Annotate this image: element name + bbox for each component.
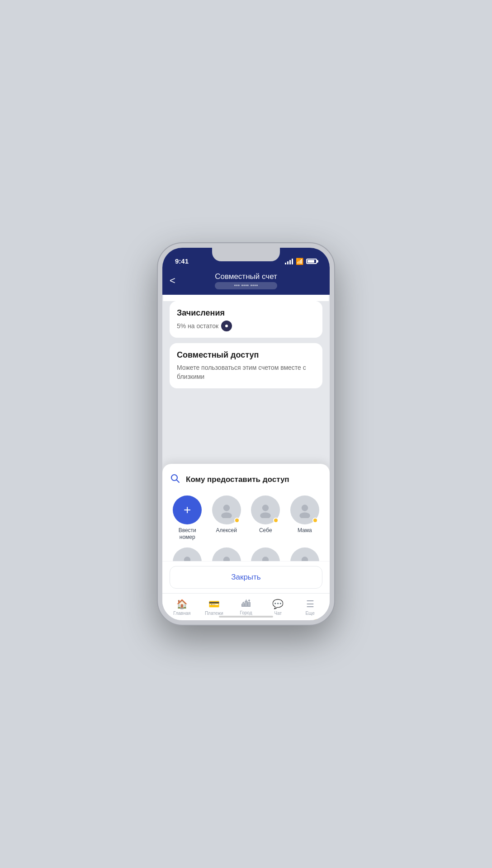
svg-point-7 xyxy=(299,513,310,519)
tab-icon: ☰ xyxy=(306,599,314,609)
radio-button-icon[interactable] xyxy=(222,321,231,330)
back-button[interactable]: < xyxy=(170,275,175,287)
svg-point-6 xyxy=(302,505,308,511)
battery-icon xyxy=(306,259,317,264)
shared-access-title: Совместный доступ xyxy=(177,350,315,360)
header-title: Совместный счет xyxy=(215,272,277,281)
close-button-area: Закрыть xyxy=(162,561,330,593)
tab-icon: 🏙 xyxy=(241,599,251,609)
tab-label: Еще xyxy=(305,611,314,616)
navigation-header: < Совместный счет ••• •••• •••• xyxy=(162,268,330,295)
tab-label: Чат xyxy=(274,611,282,616)
contact-item[interactable]: Себе xyxy=(248,495,284,540)
accruals-card: Зачисления 5% на остаток xyxy=(170,301,322,338)
sheet-header: Кому предоставить доступ xyxy=(170,473,322,486)
tab-label: Платежи xyxy=(205,611,223,616)
tab-icon: 💳 xyxy=(208,599,220,609)
tab-label: Город xyxy=(240,610,252,615)
contact-name: Мама xyxy=(298,527,312,533)
tab-icon: 💬 xyxy=(272,599,284,609)
shared-access-description: Можете пользоваться этим счетом вместе с… xyxy=(177,363,315,381)
status-time: 9:41 xyxy=(175,257,189,265)
tab-item[interactable]: 🏙 Город xyxy=(232,599,260,615)
wifi-icon: 📶 xyxy=(296,258,303,265)
shared-access-card: Совместный доступ Можете пользоваться эт… xyxy=(170,343,322,388)
signal-icon xyxy=(285,259,293,264)
tab-label: Главная xyxy=(173,611,190,616)
svg-line-1 xyxy=(177,480,180,483)
contact-name: Алексей xyxy=(216,527,237,533)
home-indicator xyxy=(219,616,273,618)
status-icons: 📶 xyxy=(285,258,317,265)
phone-frame: 9:41 📶 < Совместный счет ••• •••• •••• З… xyxy=(158,243,334,625)
contact-item[interactable]: Мама xyxy=(287,495,323,540)
contact-name: Ввести номер xyxy=(179,527,196,540)
tab-item[interactable]: 🏠 Главная xyxy=(168,599,195,616)
header-account-number: ••• •••• •••• xyxy=(215,282,277,289)
accruals-title: Зачисления xyxy=(177,308,315,318)
sheet-title: Кому предоставить доступ xyxy=(186,475,289,484)
svg-point-3 xyxy=(221,513,232,519)
close-button[interactable]: Закрыть xyxy=(170,566,322,589)
accruals-description: 5% на остаток xyxy=(177,321,315,330)
tab-item[interactable]: 💬 Чат xyxy=(265,599,292,616)
header-content: Совместный счет ••• •••• •••• xyxy=(215,272,277,289)
contact-item[interactable]: Алексей xyxy=(209,495,245,540)
search-icon[interactable] xyxy=(170,473,180,486)
notch xyxy=(212,248,280,261)
contact-name: Себе xyxy=(259,527,272,533)
svg-point-2 xyxy=(223,505,230,511)
contact-item[interactable]: +Ввести номер xyxy=(170,495,205,540)
tab-icon: 🏠 xyxy=(176,599,188,609)
tab-item[interactable]: 💳 Платежи xyxy=(200,599,227,616)
svg-point-5 xyxy=(260,513,271,519)
tab-item[interactable]: ☰ Еще xyxy=(297,599,324,616)
svg-point-4 xyxy=(262,505,269,511)
